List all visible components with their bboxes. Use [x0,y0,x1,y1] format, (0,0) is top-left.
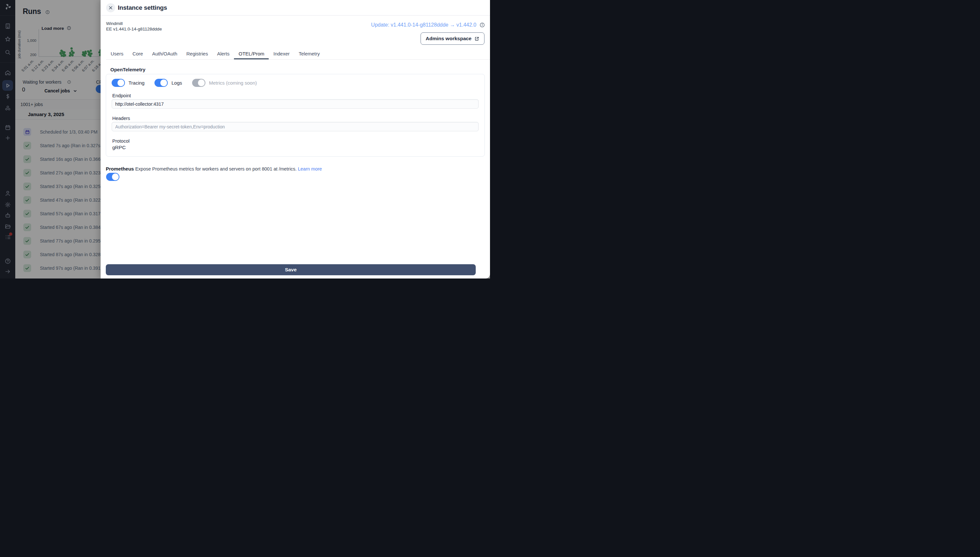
update-link[interactable]: Update: v1.441.0-14-g81128ddde → v1.442.… [371,22,476,28]
headers-label: Headers [112,116,130,121]
protocol-value[interactable]: gRPC [112,145,126,150]
external-link-icon [474,36,479,41]
metrics-label: Metrics (coming soon) [209,80,257,86]
version-info: Windmill EE v1.441.0-14-g81128ddde [106,21,162,32]
info-icon[interactable] [480,22,485,28]
prometheus-section: PrometheusExpose Prometheus metrics for … [106,166,322,171]
tab-otel-prom[interactable]: OTEL/Prom [234,49,269,59]
logs-label: Logs [172,80,182,86]
close-button[interactable] [106,3,115,12]
headers-input[interactable] [112,122,479,131]
tracing-toggle[interactable] [112,79,125,87]
drawer-title: Instance settings [118,4,167,11]
tab-core[interactable]: Core [128,49,148,59]
app-window: Runs job duration (ms) Load more 1,000 2… [0,0,490,278]
opentelemetry-card: Tracing Logs Metrics (coming soon) Endpo… [106,74,485,156]
tab-auth-oauth[interactable]: Auth/OAuth [148,49,182,59]
version-string: EE v1.441.0-14-g81128ddde [106,26,162,32]
drawer-header: Instance settings [101,0,490,16]
metrics-toggle [192,79,206,87]
update-row: Update: v1.441.0-14-g81128ddde → v1.442.… [371,22,485,28]
tab-registries[interactable]: Registries [182,49,212,59]
learn-more-link[interactable]: Learn more [298,166,322,171]
opentelemetry-heading: OpenTelemetry [110,67,145,72]
save-button[interactable]: Save [106,264,476,275]
logs-toggle[interactable] [154,79,168,87]
instance-settings-drawer: Instance settings Windmill EE v1.441.0-1… [101,0,490,278]
prometheus-toggle[interactable] [106,173,119,181]
settings-tabs: UsersCoreAuth/OAuthRegistriesAlertsOTEL/… [106,49,490,60]
endpoint-label: Endpoint [112,93,131,98]
endpoint-input[interactable] [112,99,479,109]
prometheus-heading: Prometheus [106,166,134,171]
tab-telemetry[interactable]: Telemetry [294,49,325,59]
app-name: Windmill [106,21,162,26]
prometheus-description: Expose Prometheus metrics for workers an… [135,166,297,171]
tab-users[interactable]: Users [106,49,128,59]
close-icon [108,5,113,10]
tracing-label: Tracing [129,80,144,86]
protocol-label: Protocol [112,138,129,143]
admins-workspace-button[interactable]: Admins workspace [421,33,485,45]
otel-toggles-row: Tracing Logs Metrics (coming soon) [112,79,267,87]
tab-alerts[interactable]: Alerts [212,49,234,59]
tab-indexer[interactable]: Indexer [269,49,294,59]
